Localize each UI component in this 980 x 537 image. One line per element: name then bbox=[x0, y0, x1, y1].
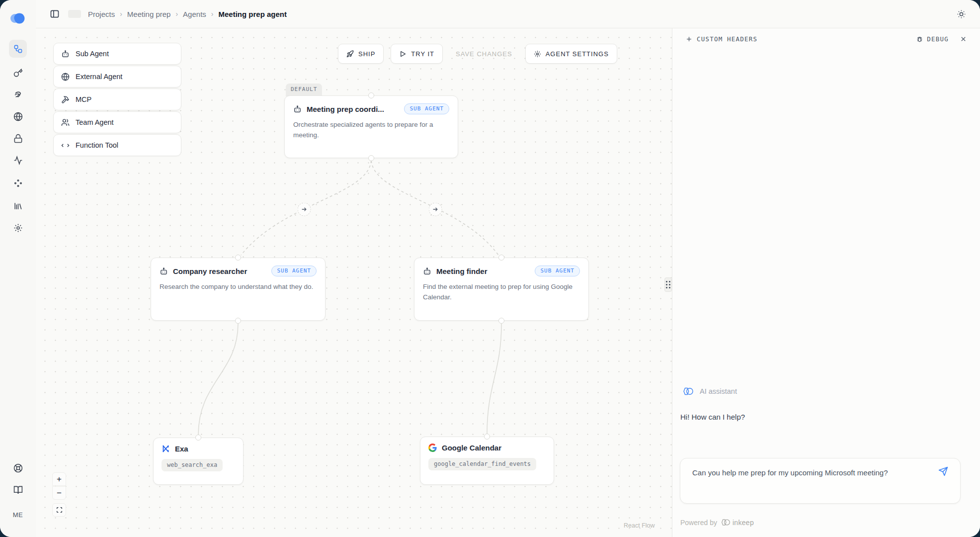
panel-resize-grip[interactable] bbox=[664, 277, 672, 292]
edge-transfer-badge[interactable] bbox=[429, 203, 442, 216]
workflow-icon bbox=[13, 44, 23, 54]
ship-button[interactable]: SHIP bbox=[338, 44, 384, 64]
assistant-name: AI assistant bbox=[700, 387, 737, 395]
gear-icon bbox=[534, 50, 541, 58]
close-icon bbox=[960, 35, 967, 43]
sidebar-item-components[interactable] bbox=[9, 174, 27, 192]
node-handle[interactable] bbox=[195, 435, 201, 441]
send-icon bbox=[938, 466, 948, 476]
sub-agent-badge: SUB AGENT bbox=[535, 266, 580, 276]
node-title: Meeting prep coordi... bbox=[307, 105, 384, 113]
breadcrumb-separator: › bbox=[175, 10, 178, 18]
breadcrumb-agents[interactable]: Agents bbox=[183, 10, 206, 18]
tool-id-pill: google_calendar_find_events bbox=[428, 458, 536, 470]
try-it-button[interactable]: TRY IT bbox=[391, 44, 443, 64]
node-handle[interactable] bbox=[368, 155, 374, 161]
flow-canvas[interactable]: Sub Agent External Agent MCP Team Agent … bbox=[36, 28, 672, 537]
sidebar-item-activity[interactable] bbox=[9, 151, 27, 169]
debug-button[interactable]: DEBUG bbox=[916, 35, 949, 43]
sidebar-item-traces[interactable] bbox=[9, 86, 27, 103]
chat-input[interactable]: Can you help me prep for my upcoming Mic… bbox=[692, 467, 915, 479]
breadcrumb-project[interactable]: Meeting prep bbox=[127, 10, 171, 18]
powered-by[interactable]: Powered by inkeep bbox=[680, 518, 754, 527]
ship-label: SHIP bbox=[358, 50, 375, 58]
node-title: Company researcher bbox=[173, 267, 247, 275]
icon-rail: ME bbox=[0, 0, 36, 537]
gear-icon bbox=[13, 223, 23, 233]
send-button[interactable] bbox=[938, 466, 948, 478]
arrow-right-icon bbox=[301, 206, 308, 213]
node-exa-tool[interactable]: Exa web_search_exa bbox=[153, 438, 244, 485]
try-it-label: TRY IT bbox=[411, 50, 434, 58]
node-google-calendar-tool[interactable]: Google Calendar google_calendar_find_eve… bbox=[420, 437, 554, 485]
breadcrumb-projects[interactable]: Projects bbox=[88, 10, 115, 18]
chat-panel: CUSTOM HEADERS DEBUG AI assistant Hi! Ho… bbox=[672, 28, 980, 537]
node-meeting-finder[interactable]: Meeting finder SUB AGENT Find the extern… bbox=[414, 258, 589, 321]
node-handle[interactable] bbox=[235, 255, 241, 261]
node-title: Meeting finder bbox=[436, 267, 488, 275]
agent-settings-button[interactable]: AGENT SETTINGS bbox=[525, 44, 617, 64]
theme-toggle-button[interactable] bbox=[957, 9, 966, 19]
traces-icon bbox=[13, 90, 23, 99]
breadcrumb-separator: › bbox=[120, 10, 122, 18]
inkeep-logo-icon bbox=[9, 11, 27, 26]
agent-settings-label: AGENT SETTINGS bbox=[546, 50, 609, 58]
avatar[interactable]: ME bbox=[0, 511, 36, 519]
close-panel-button[interactable] bbox=[960, 35, 967, 43]
node-handle[interactable] bbox=[498, 255, 504, 261]
robot-icon bbox=[293, 105, 302, 113]
node-handle[interactable] bbox=[484, 434, 490, 440]
palette-external-agent[interactable]: External Agent bbox=[53, 66, 181, 88]
google-logo-icon bbox=[428, 444, 437, 452]
fit-view-button[interactable] bbox=[52, 503, 66, 517]
sidebar-item-graph[interactable] bbox=[9, 40, 27, 58]
palette-team-agent[interactable]: Team Agent bbox=[53, 111, 181, 133]
sidebar-item-settings[interactable] bbox=[9, 219, 27, 237]
powered-by-label: Powered by bbox=[680, 519, 717, 527]
robot-icon bbox=[61, 50, 70, 58]
node-coordinator[interactable]: Meeting prep coordi... SUB AGENT Orchest… bbox=[284, 95, 458, 158]
edge-transfer-badge[interactable] bbox=[298, 203, 311, 216]
org-switcher-skeleton bbox=[68, 10, 81, 18]
palette-label: Sub Agent bbox=[76, 50, 109, 58]
node-company-researcher[interactable]: Company researcher SUB AGENT Research th… bbox=[151, 258, 326, 321]
sidebar-item-library[interactable] bbox=[9, 197, 27, 215]
node-handle[interactable] bbox=[235, 318, 241, 324]
sidebar-item-docs[interactable] bbox=[9, 481, 27, 499]
palette-function-tool[interactable]: Function Tool bbox=[53, 134, 181, 156]
node-handle[interactable] bbox=[498, 318, 504, 324]
robot-icon bbox=[160, 267, 168, 275]
life-ring-icon bbox=[13, 463, 23, 473]
palette-sub-agent[interactable]: Sub Agent bbox=[53, 43, 181, 65]
save-changes-button[interactable]: SAVE CHANGES bbox=[450, 44, 518, 64]
sidebar-item-external[interactable] bbox=[9, 107, 27, 125]
custom-headers-button[interactable]: CUSTOM HEADERS bbox=[685, 35, 757, 43]
default-agent-tag: DEFAULT bbox=[286, 84, 322, 96]
book-icon bbox=[13, 485, 23, 495]
panel-toggle-icon[interactable] bbox=[48, 7, 61, 20]
users-icon bbox=[61, 118, 70, 127]
assistant-header: AI assistant bbox=[682, 386, 737, 396]
breadcrumb-current: Meeting prep agent bbox=[218, 10, 287, 18]
node-handle[interactable] bbox=[368, 92, 374, 98]
node-palette: Sub Agent External Agent MCP Team Agent … bbox=[53, 43, 181, 156]
assistant-greeting: Hi! How can I help? bbox=[680, 413, 745, 421]
palette-mcp[interactable]: MCP bbox=[53, 89, 181, 110]
zoom-in-button[interactable]: + bbox=[52, 472, 66, 486]
library-icon bbox=[13, 201, 23, 211]
sidebar-item-api-keys[interactable] bbox=[9, 64, 27, 82]
maximize-icon bbox=[56, 507, 63, 513]
sub-agent-badge: SUB AGENT bbox=[404, 103, 449, 114]
sidebar-item-credentials[interactable] bbox=[9, 129, 27, 147]
robot-icon bbox=[423, 267, 431, 275]
app-window: ME Projects › Meeting prep › Agents › Me… bbox=[0, 0, 980, 537]
breadcrumb-separator: › bbox=[211, 10, 214, 18]
debug-label: DEBUG bbox=[927, 35, 949, 43]
activity-icon bbox=[13, 156, 23, 165]
play-icon bbox=[399, 50, 407, 58]
zoom-out-button[interactable]: − bbox=[52, 486, 66, 500]
breadcrumb: Projects › Meeting prep › Agents › Meeti… bbox=[88, 10, 287, 18]
sidebar-item-help[interactable] bbox=[9, 459, 27, 477]
node-title: Exa bbox=[175, 445, 188, 453]
palette-label: Function Tool bbox=[76, 141, 118, 149]
